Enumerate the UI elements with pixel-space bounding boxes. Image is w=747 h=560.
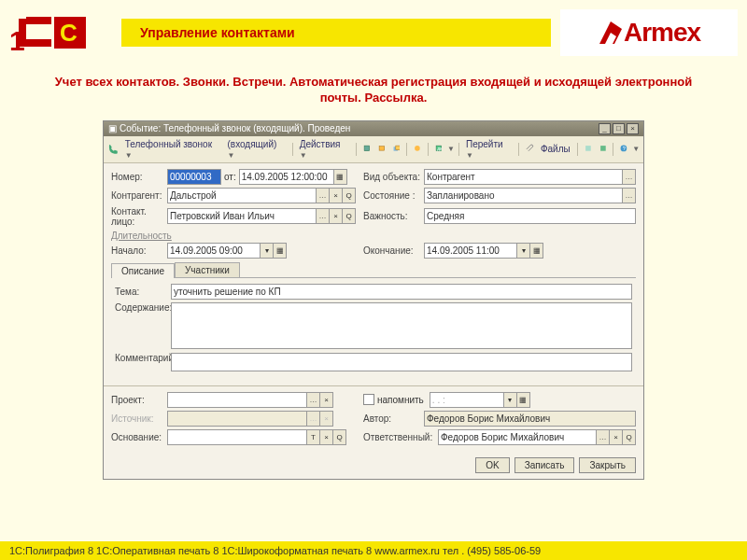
ok-button[interactable]: OK: [475, 457, 509, 473]
tool-icon-2[interactable]: [375, 143, 388, 156]
state-select-button[interactable]: …: [622, 188, 636, 203]
svg-point-7: [416, 146, 421, 151]
tool-icon-3[interactable]: [390, 143, 403, 156]
goto-dropdown[interactable]: Перейти ▼: [463, 138, 514, 161]
remind-date-button[interactable]: ▦: [516, 392, 530, 408]
basis-clear-button[interactable]: ×: [319, 429, 333, 445]
basis-type-button[interactable]: T: [306, 429, 320, 445]
page-footer: 1С:Полиграфия 8 1С:Оперативная печать 8 …: [0, 541, 747, 560]
doc-icon: ▣: [108, 123, 117, 133]
tool-icon-7[interactable]: [597, 143, 610, 156]
svg-rect-4: [379, 147, 385, 150]
subtitle: Учет всех контактов. Звонки. Встречи. Ав…: [0, 65, 747, 116]
svg-text:дк: дк: [438, 146, 444, 151]
end-date-button[interactable]: ▦: [529, 243, 543, 259]
number-field[interactable]: 00000003: [167, 169, 221, 185]
basis-field[interactable]: [167, 429, 307, 445]
vid-select-button[interactable]: …: [622, 169, 636, 185]
tool-icon-1[interactable]: [360, 143, 374, 156]
dialog-window: ▣ Событие: Телефонный звонок (входящий).…: [103, 120, 644, 480]
resp-field[interactable]: Федоров Борис Михайлович: [438, 429, 597, 445]
resp-label: Ответственный:: [363, 432, 438, 442]
kontragent-label: Контрагент:: [111, 190, 167, 201]
comment-textarea[interactable]: [171, 353, 632, 371]
save-button[interactable]: Записать: [514, 457, 575, 473]
svg-rect-10: [585, 146, 591, 151]
title-bar: Управление контактами: [121, 19, 551, 47]
kontragent-field[interactable]: Дальстрой: [167, 188, 317, 203]
start-spin-button[interactable]: ▾: [260, 243, 274, 259]
kontragent-open-button[interactable]: Q: [342, 188, 356, 203]
date-picker-button[interactable]: ▦: [333, 169, 347, 185]
phone-type-dropdown[interactable]: Телефонный звонок ▼: [122, 138, 223, 161]
start-field[interactable]: 14.09.2005 09:00: [167, 243, 261, 259]
start-date-button[interactable]: ▦: [273, 243, 287, 259]
content-textarea[interactable]: [171, 302, 632, 349]
state-field[interactable]: Запланировано: [424, 188, 623, 203]
window-titlebar: ▣ Событие: Телефонный звонок (входящий).…: [104, 121, 643, 136]
toolbar: Телефонный звонок ▼ (входящий) ▼ Действи…: [104, 136, 643, 163]
remind-date-field[interactable]: . . :: [430, 392, 504, 408]
svg-rect-11: [600, 146, 606, 151]
vid-field[interactable]: Контрагент: [424, 169, 623, 185]
svg-text:С: С: [60, 19, 78, 47]
resp-select-button[interactable]: …: [596, 429, 610, 445]
end-spin-button[interactable]: ▾: [516, 243, 530, 259]
source-field: [167, 411, 307, 427]
svg-rect-6: [395, 146, 399, 149]
direction-dropdown[interactable]: (входящий) ▼: [225, 138, 289, 161]
remind-checkbox[interactable]: [363, 394, 374, 405]
tab-participants[interactable]: Участники: [175, 262, 240, 277]
svg-rect-3: [364, 146, 370, 151]
actions-dropdown[interactable]: Действия ▼: [297, 138, 352, 161]
tema-field[interactable]: уточнить решение по КП: [171, 284, 632, 300]
duration-group: Длительность: [111, 231, 636, 241]
minimize-button[interactable]: _: [599, 123, 611, 134]
tool-icon-5[interactable]: дк: [432, 143, 445, 156]
kontragent-clear-button[interactable]: ×: [329, 188, 343, 203]
source-clear-button: ×: [319, 411, 333, 427]
start-label: Начало:: [111, 245, 167, 256]
contact-select-button[interactable]: …: [316, 208, 330, 224]
state-label: Состояние :: [363, 190, 424, 201]
close-button[interactable]: ×: [627, 123, 639, 134]
remind-spin-button[interactable]: ▾: [503, 392, 517, 408]
page-title: Управление контактами: [140, 25, 295, 40]
source-select-button: …: [306, 411, 320, 427]
contact-open-button[interactable]: Q: [342, 208, 356, 224]
source-label: Источник:: [111, 413, 167, 424]
project-clear-button[interactable]: ×: [319, 392, 333, 408]
tool-icon-6[interactable]: [582, 143, 595, 156]
comment-label: Комментарий:: [115, 353, 171, 363]
contact-label: Контакт. лицо:: [111, 206, 167, 227]
maximize-button[interactable]: □: [613, 123, 625, 134]
close-form-button[interactable]: Закрыть: [579, 457, 636, 473]
tool-icon-4[interactable]: [411, 143, 424, 156]
kontragent-select-button[interactable]: …: [316, 188, 330, 203]
importance-label: Важность:: [363, 211, 424, 221]
date-field[interactable]: 14.09.2005 12:00:00: [239, 169, 334, 185]
number-label: Номер:: [111, 172, 167, 182]
project-select-button[interactable]: …: [306, 392, 320, 408]
basis-open-button[interactable]: Q: [332, 429, 346, 445]
author-field: Федоров Борис Михайлович: [424, 411, 636, 427]
contact-clear-button[interactable]: ×: [329, 208, 343, 224]
project-field[interactable]: [167, 392, 307, 408]
contact-field[interactable]: Петровский Иван Ильич: [167, 208, 317, 224]
tab-description[interactable]: Описание: [111, 263, 175, 278]
resp-open-button[interactable]: Q: [622, 429, 636, 445]
help-icon[interactable]: ?: [617, 143, 630, 156]
importance-field[interactable]: Средняя: [424, 208, 636, 224]
tema-label: Тема:: [115, 287, 171, 297]
resp-clear-button[interactable]: ×: [609, 429, 623, 445]
files-button[interactable]: Файлы: [538, 143, 573, 155]
author-label: Автор:: [363, 413, 424, 424]
end-field[interactable]: 14.09.2005 11:00: [424, 243, 517, 259]
project-label: Проект:: [111, 395, 167, 405]
phone-icon: [107, 143, 120, 156]
window-title: Событие: Телефонный звонок (входящий). П…: [120, 123, 597, 133]
attach-icon: [523, 143, 536, 156]
armex-logo: Armex: [560, 9, 738, 56]
logo-1c: С1: [9, 9, 93, 56]
content-label: Содержание:: [115, 302, 171, 313]
